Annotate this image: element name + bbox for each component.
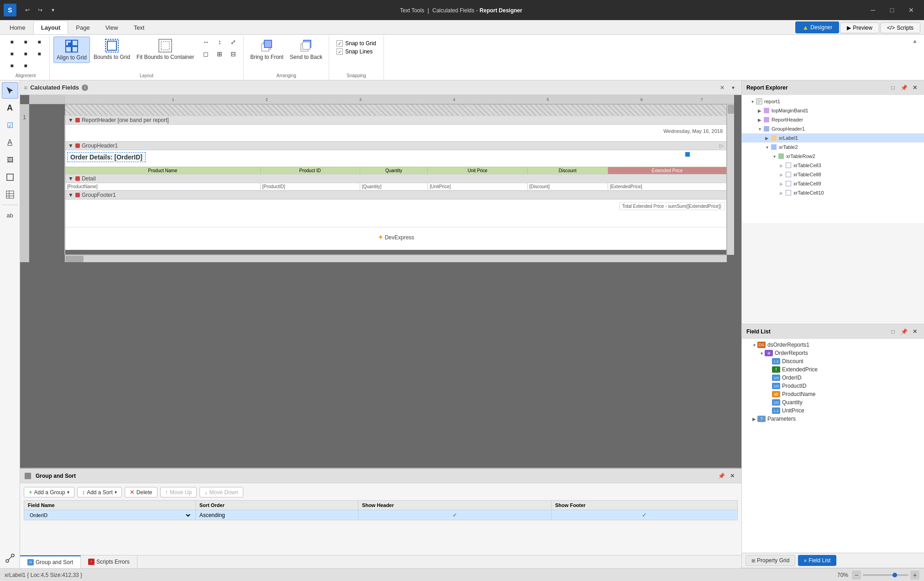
tree-item-xrtablecell3[interactable]: ▶ xrTableCell3: [742, 161, 924, 170]
tab-view[interactable]: View: [98, 21, 126, 34]
panel-close-button[interactable]: ✕: [718, 83, 727, 92]
zoom-slider-thumb[interactable]: [892, 573, 897, 577]
add-group-button[interactable]: + Add a Group ▾: [24, 487, 74, 497]
align-center-button[interactable]: ■: [19, 37, 32, 48]
preview-button[interactable]: ▶ Preview: [840, 22, 879, 33]
send-to-back-button[interactable]: Send to Back: [287, 37, 325, 62]
bring-to-front-button[interactable]: Bring to Front: [247, 37, 286, 62]
tab-home[interactable]: Home: [2, 21, 33, 34]
report1-toggle[interactable]: ▾: [749, 98, 756, 105]
tree-item-xrlabel1[interactable]: ▶ xrLabel1: [742, 133, 924, 143]
fl-item-quantity[interactable]: ▶ 123 Quantity: [742, 398, 924, 407]
table-button[interactable]: [2, 186, 18, 203]
center-v-button[interactable]: ⊟: [227, 48, 240, 59]
tree-item-xrtable2[interactable]: ▾ xrTable2: [742, 143, 924, 152]
group-header-1-expand-icon[interactable]: ▷: [719, 143, 724, 149]
re-restore-button[interactable]: □: [888, 83, 898, 92]
tree-item-topmarginband1[interactable]: ▶ topMarginBand1: [742, 106, 924, 115]
align-bot-button[interactable]: ■: [33, 48, 46, 59]
align-mid-button[interactable]: ■: [19, 48, 32, 59]
reportheader-toggle[interactable]: ▶: [756, 116, 763, 123]
label-resize-handle[interactable]: [685, 152, 690, 157]
snap-lines-checkbox[interactable]: [336, 48, 343, 55]
order-details-label[interactable]: Order Details: [OrderID]: [67, 152, 146, 162]
tree-item-groupheader1[interactable]: ▾ GroupHeader1: [742, 124, 924, 133]
snap-lines-option[interactable]: Snap Lines: [336, 48, 376, 55]
xrtablerow2-toggle[interactable]: ▾: [771, 153, 777, 159]
tab-text[interactable]: Text: [126, 21, 152, 34]
horizontal-scrollbar-thumb[interactable]: [65, 256, 84, 262]
checkbox-tool-button[interactable]: ☑: [2, 117, 18, 133]
align-right-button[interactable]: ■: [33, 37, 46, 48]
xrtablecell9-toggle[interactable]: ▶: [778, 180, 785, 187]
zoom-out-button[interactable]: −: [852, 570, 861, 580]
property-grid-tab[interactable]: ⊞ Property Grid: [746, 555, 795, 566]
size-to-ctrl-button[interactable]: ◻: [200, 48, 212, 59]
center-h-button[interactable]: ⊞: [213, 48, 226, 59]
tree-item-xrtablerow2[interactable]: ▾ xrTableRow2: [742, 152, 924, 161]
tab-layout[interactable]: Layout: [33, 21, 68, 34]
groupheader1-toggle[interactable]: ▾: [756, 126, 763, 132]
minimize-button[interactable]: ─: [864, 0, 882, 20]
fl-close-button[interactable]: ✕: [910, 327, 919, 336]
same-height-button[interactable]: ↕: [213, 37, 226, 48]
orderreports-toggle[interactable]: ▾: [758, 350, 765, 356]
richtext-button[interactable]: ab: [2, 207, 18, 223]
fit-bounds-button[interactable]: Fit Bounds to Container: [134, 37, 197, 62]
group-sort-pin-button[interactable]: 📌: [717, 471, 726, 481]
horizontal-scrollbar[interactable]: [65, 255, 727, 262]
text-label-button[interactable]: A: [2, 134, 18, 151]
show-footer-check[interactable]: ✓: [642, 512, 647, 518]
vertical-scrollbar-thumb[interactable]: [728, 105, 734, 114]
zoom-in-button[interactable]: +: [910, 570, 919, 580]
field-list-tab[interactable]: ≡ Field List: [798, 555, 836, 566]
fl-item-dsorderreports1[interactable]: ▾ DS dsOrderReports1: [742, 341, 924, 349]
xrtablecell10-toggle[interactable]: ▶: [778, 190, 785, 196]
text-tool-button[interactable]: A: [2, 100, 18, 116]
maximize-button[interactable]: □: [883, 0, 901, 20]
group-sort-close-button[interactable]: ✕: [728, 471, 737, 481]
xrtablecell8-toggle[interactable]: ▶: [778, 171, 785, 178]
fl-item-unitprice[interactable]: ▶ 1.2 UnitPrice: [742, 407, 924, 415]
snap-to-grid-option[interactable]: Snap to Grid: [336, 40, 376, 47]
bounds-to-grid-button[interactable]: Bounds to Grid: [91, 37, 133, 62]
field-name-select[interactable]: OrderID: [28, 512, 192, 518]
xrtable2-toggle[interactable]: ▾: [764, 144, 770, 150]
show-header-check[interactable]: ✓: [452, 512, 457, 518]
detail-band-toggle[interactable]: ▼: [68, 175, 74, 182]
xrlabel1-toggle[interactable]: ▶: [764, 135, 770, 141]
move-down-button[interactable]: ↓ Move Down: [200, 487, 243, 497]
tree-item-xrtablecell10[interactable]: ▶ xrTableCell10: [742, 188, 924, 197]
align-top-button[interactable]: ■: [5, 48, 18, 59]
fl-pin-button[interactable]: 📌: [899, 327, 908, 336]
fl-restore-button[interactable]: □: [888, 327, 898, 336]
ribbon-collapse-button[interactable]: ▲: [911, 37, 919, 45]
designer-button[interactable]: ▲ Designer: [795, 21, 839, 33]
tree-item-xrtablecell8[interactable]: ▶ xrTableCell8: [742, 170, 924, 179]
redo-button[interactable]: ↪: [35, 5, 46, 16]
tab-group-and-sort[interactable]: G Group and Sort: [20, 555, 81, 568]
align-to-grid-button[interactable]: Align to Grid: [53, 37, 90, 63]
tree-item-report1[interactable]: ▾ report1: [742, 97, 924, 106]
select-tool-button[interactable]: [2, 82, 18, 99]
group-footer-1-toggle[interactable]: ▼: [68, 192, 74, 198]
panel-dropdown-button[interactable]: ▾: [729, 83, 738, 92]
shape-button[interactable]: [2, 169, 18, 185]
tab-page[interactable]: Page: [68, 21, 97, 34]
show-header-cell[interactable]: ✓: [358, 510, 551, 520]
same-width-button[interactable]: ↔: [200, 37, 212, 48]
fl-item-extendedprice[interactable]: ▶ f ExtendedPrice: [742, 365, 924, 374]
same-size-button[interactable]: ⤢: [227, 37, 240, 48]
table-row[interactable]: OrderID Ascending ✓ ✓: [24, 510, 738, 520]
add-sort-button[interactable]: ↕ Add a Sort ▾: [77, 487, 122, 497]
fl-item-discount[interactable]: ▶ 1.2 Discount: [742, 357, 924, 365]
quick-access-dropdown[interactable]: ▾: [47, 5, 58, 16]
tree-item-xrtablecell9[interactable]: ▶ xrTableCell9: [742, 179, 924, 188]
fl-item-productid[interactable]: ▶ 123 ProductID: [742, 382, 924, 390]
show-footer-cell[interactable]: ✓: [551, 510, 738, 520]
close-button[interactable]: ✕: [902, 0, 920, 20]
move-up-button[interactable]: ↑ Move Up: [160, 487, 197, 497]
scripts-button[interactable]: </> Scripts: [880, 22, 920, 33]
field-name-cell[interactable]: OrderID: [24, 510, 196, 520]
fl-item-orderreports[interactable]: ▾ ⊞ OrderReports: [742, 349, 924, 357]
